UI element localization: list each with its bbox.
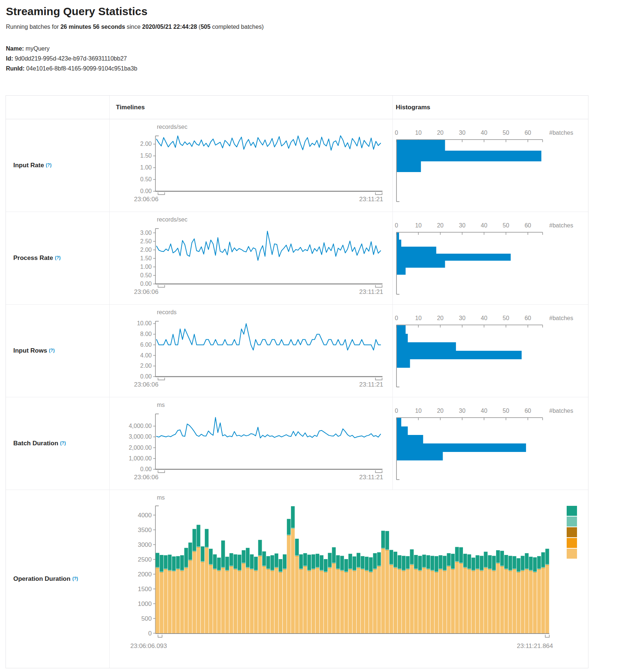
svg-text:#batches: #batches bbox=[549, 130, 573, 136]
help-icon[interactable]: (?) bbox=[46, 162, 51, 168]
help-icon[interactable]: (?) bbox=[60, 440, 66, 446]
svg-text:3,000.00: 3,000.00 bbox=[129, 433, 152, 440]
svg-text:#batches: #batches bbox=[549, 315, 573, 321]
svg-text:50: 50 bbox=[503, 315, 509, 321]
svg-text:0.00: 0.00 bbox=[140, 466, 152, 472]
svg-text:23:11:21: 23:11:21 bbox=[359, 196, 383, 203]
row-label-operation-duration: Operation Duration(?) bbox=[6, 490, 110, 668]
svg-text:23:06:06: 23:06:06 bbox=[134, 474, 158, 481]
svg-text:20: 20 bbox=[437, 315, 444, 321]
svg-text:0.50: 0.50 bbox=[140, 176, 152, 182]
svg-text:20: 20 bbox=[437, 222, 444, 229]
legend-swatch-series-light-teal bbox=[567, 517, 577, 527]
svg-text:records/sec: records/sec bbox=[157, 124, 188, 130]
subtitle-part: 2020/05/21 22:44:28 bbox=[142, 24, 197, 30]
svg-text:8.00: 8.00 bbox=[140, 331, 152, 337]
meta-value: 04e101e6-8bf8-4165-9099-9104c951ba3b bbox=[25, 65, 137, 72]
svg-text:2000: 2000 bbox=[138, 571, 152, 578]
svg-text:0.00: 0.00 bbox=[140, 281, 152, 287]
row-label-input-rows: Input Rows(?) bbox=[6, 305, 110, 397]
row-label-process-rate: Process Rate(?) bbox=[6, 212, 110, 304]
input-rows-timeline-cell: records0.002.004.006.008.0010.0023:06:06… bbox=[110, 305, 393, 397]
svg-text:ms: ms bbox=[157, 402, 165, 408]
svg-text:60: 60 bbox=[525, 130, 531, 136]
legend-swatch-series-teal bbox=[567, 506, 577, 516]
svg-text:1.00: 1.00 bbox=[140, 264, 152, 270]
row-label-batch-duration: Batch Duration(?) bbox=[6, 397, 110, 490]
statistics-table: Timelines Histograms Input Rate(?)record… bbox=[6, 95, 588, 668]
svg-text:2,000.00: 2,000.00 bbox=[129, 445, 152, 451]
svg-text:40: 40 bbox=[481, 130, 487, 136]
subtitle-part: 26 minutes 56 seconds bbox=[61, 24, 125, 30]
svg-text:records/sec: records/sec bbox=[157, 216, 188, 223]
svg-text:6.00: 6.00 bbox=[140, 342, 152, 348]
svg-text:40: 40 bbox=[481, 222, 487, 229]
svg-text:23:06:06: 23:06:06 bbox=[134, 196, 158, 203]
svg-text:10: 10 bbox=[415, 315, 422, 321]
histograms-header: Histograms bbox=[393, 96, 588, 119]
streaming-query-statistics-page: Streaming Query Statistics Running batch… bbox=[0, 0, 625, 672]
svg-text:60: 60 bbox=[525, 408, 531, 414]
batch-duration-histogram-cell: 0102030405060#batches bbox=[393, 397, 588, 490]
svg-text:23:11:21: 23:11:21 bbox=[359, 474, 383, 481]
subtitle-part: since bbox=[125, 24, 142, 30]
input-rows-histogram-cell: 0102030405060#batches bbox=[393, 305, 588, 397]
svg-text:3500: 3500 bbox=[138, 527, 152, 534]
svg-text:1.50: 1.50 bbox=[140, 255, 152, 261]
svg-text:0.50: 0.50 bbox=[140, 272, 152, 278]
meta-line: Name: myQuery bbox=[6, 44, 137, 54]
svg-text:60: 60 bbox=[525, 315, 531, 321]
input-rate-histogram-chart: 0102030405060#batches bbox=[393, 119, 588, 212]
svg-text:10: 10 bbox=[415, 408, 422, 414]
svg-text:1.50: 1.50 bbox=[140, 152, 152, 159]
svg-text:#batches: #batches bbox=[549, 222, 573, 229]
svg-text:30: 30 bbox=[459, 408, 466, 414]
table-row-input-rate: Input Rate(?)records/sec0.000.501.001.50… bbox=[6, 119, 588, 212]
subtitle-part: ( bbox=[197, 24, 201, 30]
subtitle-part: 505 bbox=[200, 24, 210, 30]
svg-text:1.00: 1.00 bbox=[140, 164, 152, 171]
meta-value: 9d0dd219-995d-423e-b97d-36931110bb27 bbox=[13, 55, 127, 62]
row-label-text: Operation Duration bbox=[13, 575, 71, 583]
svg-text:0.00: 0.00 bbox=[140, 188, 152, 194]
svg-text:1500: 1500 bbox=[138, 586, 152, 593]
svg-text:50: 50 bbox=[503, 222, 509, 229]
meta-label: Id: bbox=[6, 55, 13, 62]
meta-value: myQuery bbox=[24, 45, 49, 52]
svg-text:40: 40 bbox=[481, 315, 487, 321]
svg-text:20: 20 bbox=[437, 408, 444, 414]
input-rate-timeline-cell: records/sec0.000.501.001.502.0023:06:062… bbox=[110, 119, 393, 212]
svg-text:0.00: 0.00 bbox=[140, 373, 152, 380]
input-rate-timeline-chart: records/sec0.000.501.001.502.0023:06:062… bbox=[110, 119, 393, 212]
svg-text:2.00: 2.00 bbox=[140, 141, 152, 147]
input-rate-histogram-cell: 0102030405060#batches bbox=[393, 119, 588, 212]
svg-text:ms: ms bbox=[157, 494, 165, 501]
meta-label: Name: bbox=[6, 45, 24, 52]
process-rate-histogram-chart: 0102030405060#batches bbox=[393, 212, 588, 304]
svg-text:0: 0 bbox=[395, 130, 398, 136]
svg-text:2.00: 2.00 bbox=[140, 247, 152, 253]
svg-text:2.00: 2.00 bbox=[140, 363, 152, 369]
table-row-process-rate: Process Rate(?)records/sec0.000.501.001.… bbox=[6, 212, 588, 305]
query-meta: Name: myQueryId: 9d0dd219-995d-423e-b97d… bbox=[6, 44, 137, 73]
svg-text:0: 0 bbox=[395, 222, 398, 229]
page-title: Streaming Query Statistics bbox=[6, 5, 147, 18]
svg-text:500: 500 bbox=[141, 615, 152, 622]
help-icon[interactable]: (?) bbox=[49, 348, 55, 353]
svg-text:0: 0 bbox=[148, 630, 152, 637]
table-row-operation-duration: Operation Duration(?)ms05001000150020002… bbox=[6, 490, 588, 668]
svg-text:20: 20 bbox=[437, 130, 444, 136]
process-rate-timeline-cell: records/sec0.000.501.001.502.002.503.002… bbox=[110, 212, 393, 304]
row-label-text: Input Rate bbox=[13, 162, 44, 169]
process-rate-timeline-chart: records/sec0.000.501.001.502.002.503.002… bbox=[110, 212, 393, 304]
operation-duration-stacked-bar-chart: ms0500100015002000250030003500400023:06:… bbox=[110, 490, 588, 668]
svg-text:records: records bbox=[157, 309, 176, 315]
svg-text:50: 50 bbox=[503, 130, 509, 136]
empty-header-cell bbox=[6, 96, 110, 119]
legend-swatch-series-orange bbox=[567, 538, 577, 548]
svg-text:23:11:21.864: 23:11:21.864 bbox=[517, 642, 553, 649]
svg-text:23:06:06: 23:06:06 bbox=[134, 381, 158, 388]
help-icon[interactable]: (?) bbox=[72, 576, 78, 581]
row-label-text: Batch Duration bbox=[13, 440, 58, 447]
help-icon[interactable]: (?) bbox=[55, 255, 61, 260]
